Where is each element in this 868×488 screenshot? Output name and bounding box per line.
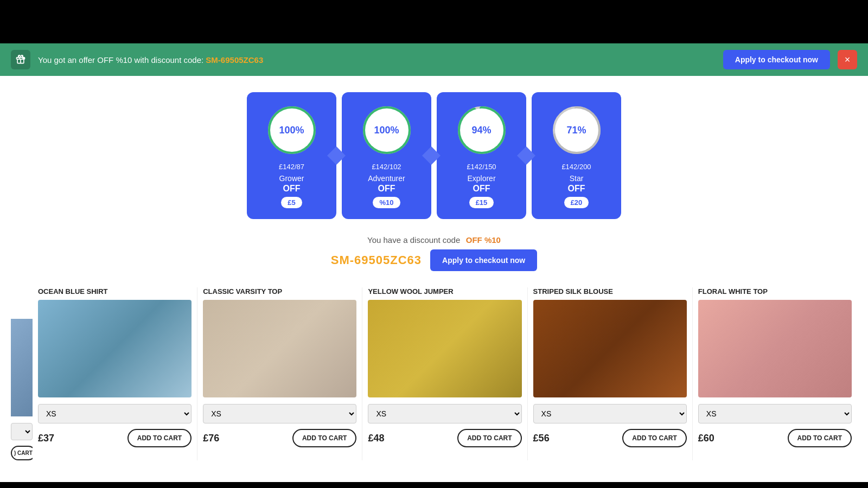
product-image-ocean-blue-shirt <box>38 300 192 397</box>
partial-footer: ) CART <box>11 446 33 460</box>
notification-discount-code: SM-69505ZC63 <box>206 55 263 65</box>
tier-off-adventurer: OFF <box>378 184 395 194</box>
product-image-striped-silk-blouse <box>533 300 687 397</box>
tier-badge-grower: £5 <box>281 197 302 208</box>
bottom-black-bar <box>0 482 868 488</box>
tier-off-explorer: OFF <box>473 184 490 194</box>
tier-card-grower: 100% £142/87 Grower OFF £5 <box>247 92 336 219</box>
tier-name-grower: Grower <box>279 174 304 183</box>
discount-label: You have a discount code <box>367 235 460 245</box>
top-black-bar <box>0 0 868 43</box>
add-to-cart-button-classic-varsity-top[interactable]: ADD TO CART <box>292 429 356 447</box>
product-img-color-ocean-blue-shirt <box>38 300 192 397</box>
tier-card-adventurer: 100% £142/102 Adventurer OFF %10 <box>342 92 431 219</box>
partial-title <box>11 287 33 303</box>
tier-circle-explorer: 94% <box>455 103 509 157</box>
notification-icon <box>11 50 30 69</box>
tier-circle-adventurer: 100% <box>360 103 414 157</box>
notification-apply-button[interactable]: Apply to checkout now <box>723 50 830 69</box>
discount-code-row: SM-69505ZC63 Apply to checkout now <box>331 249 538 271</box>
notification-text: You got an offer OFF %10 with discount c… <box>38 55 723 65</box>
tier-badge-star: £20 <box>564 197 589 208</box>
product-price-striped-silk-blouse: £56 <box>533 433 550 444</box>
discount-code-display: SM-69505ZC63 <box>331 253 422 267</box>
tier-name-star: Star <box>570 174 584 183</box>
tier-circle-grower: 100% <box>265 103 319 157</box>
tier-card-star: 71% £142/200 Star OFF £20 <box>532 92 621 219</box>
product-image-yellow-wool-jumper <box>368 300 521 397</box>
discount-label-row: You have a discount code OFF %10 <box>367 235 501 245</box>
product-card-floral-white-top: FLORAL WHITE TOP XSSMLXL £60 ADD TO CART <box>693 287 857 460</box>
product-title-ocean-blue-shirt: OCEAN BLUE SHIRT <box>38 287 192 296</box>
tier-amount-adventurer: £142/102 <box>372 163 401 171</box>
size-select-classic-varsity-top[interactable]: XSSMLXL <box>203 404 356 423</box>
notification-message: You got an offer OFF %10 with discount c… <box>38 55 206 65</box>
product-footer-yellow-wool-jumper: £48 ADD TO CART <box>368 429 521 447</box>
product-card-classic-varsity-top: CLASSIC VARSITY TOP XSSMLXL £76 ADD TO C… <box>197 287 362 460</box>
tier-percent-explorer: 94% <box>460 108 503 152</box>
discount-highlight: OFF %10 <box>466 235 501 245</box>
product-img-color-yellow-wool-jumper <box>368 300 521 397</box>
tier-circle-star: 71% <box>550 103 604 157</box>
product-footer-floral-white-top: £60 ADD TO CART <box>698 429 852 447</box>
product-img-color-classic-varsity-top <box>203 300 356 397</box>
size-select-striped-silk-blouse[interactable]: XSSMLXL <box>533 404 687 423</box>
product-card-partial: XS ) CART <box>11 287 33 460</box>
product-title-classic-varsity-top: CLASSIC VARSITY TOP <box>203 287 356 296</box>
tiers-row: 100% £142/87 Grower OFF £5 100% £142/102… <box>11 92 857 219</box>
tier-name-explorer: Explorer <box>467 174 495 183</box>
tier-percent-star: 71% <box>555 108 598 152</box>
add-to-cart-button-yellow-wool-jumper[interactable]: ADD TO CART <box>457 429 521 447</box>
products-row: XS ) CART OCEAN BLUE SHIRT XSSMLXL £37 A… <box>11 287 857 460</box>
tier-amount-explorer: £142/150 <box>467 163 496 171</box>
product-footer-classic-varsity-top: £76 ADD TO CART <box>203 429 356 447</box>
notification-close-button[interactable]: × <box>838 50 857 69</box>
product-card-yellow-wool-jumper: YELLOW WOOL JUMPER XSSMLXL £48 ADD TO CA… <box>362 287 527 460</box>
tier-percent-grower: 100% <box>270 108 314 152</box>
product-footer-striped-silk-blouse: £56 ADD TO CART <box>533 429 687 447</box>
product-img-color-floral-white-top <box>698 300 852 397</box>
product-title-striped-silk-blouse: STRIPED SILK BLOUSE <box>533 287 687 296</box>
product-price-floral-white-top: £60 <box>698 433 714 444</box>
product-image-floral-white-top <box>698 300 852 397</box>
main-content: 100% £142/87 Grower OFF £5 100% £142/102… <box>0 76 868 482</box>
product-image-classic-varsity-top <box>203 300 356 397</box>
partial-add-to-cart-button[interactable]: ) CART <box>11 446 33 460</box>
tier-off-star: OFF <box>568 184 585 194</box>
tier-percent-adventurer: 100% <box>365 108 409 152</box>
notification-banner: You got an offer OFF %10 with discount c… <box>0 43 868 76</box>
add-to-cart-button-floral-white-top[interactable]: ADD TO CART <box>788 429 852 447</box>
product-price-ocean-blue-shirt: £37 <box>38 433 54 444</box>
tier-badge-explorer: £15 <box>469 197 494 208</box>
gift-icon <box>15 54 26 65</box>
partial-size-select[interactable]: XS <box>11 423 33 440</box>
tier-off-grower: OFF <box>283 184 301 194</box>
size-select-yellow-wool-jumper[interactable]: XSSMLXL <box>368 404 521 423</box>
product-price-yellow-wool-jumper: £48 <box>368 433 384 444</box>
tier-name-adventurer: Adventurer <box>368 174 405 183</box>
size-select-floral-white-top[interactable]: XSSMLXL <box>698 404 852 423</box>
product-img-color-striped-silk-blouse <box>533 300 687 397</box>
size-select-ocean-blue-shirt[interactable]: XSSMLXL <box>38 404 192 423</box>
tier-card-explorer: 94% £142/150 Explorer OFF £15 <box>437 92 526 219</box>
apply-to-checkout-button[interactable]: Apply to checkout now <box>430 249 537 271</box>
product-card-striped-silk-blouse: STRIPED SILK BLOUSE XSSMLXL £56 ADD TO C… <box>528 287 693 460</box>
add-to-cart-button-striped-silk-blouse[interactable]: ADD TO CART <box>622 429 686 447</box>
product-title-yellow-wool-jumper: YELLOW WOOL JUMPER <box>368 287 521 296</box>
product-title-floral-white-top: FLORAL WHITE TOP <box>698 287 852 296</box>
product-footer-ocean-blue-shirt: £37 ADD TO CART <box>38 429 192 447</box>
product-price-classic-varsity-top: £76 <box>203 433 219 444</box>
partial-image <box>11 319 33 416</box>
tier-amount-star: £142/200 <box>561 163 591 171</box>
add-to-cart-button-ocean-blue-shirt[interactable]: ADD TO CART <box>127 429 192 447</box>
tier-amount-grower: £142/87 <box>279 163 304 171</box>
tier-badge-adventurer: %10 <box>373 197 400 208</box>
product-card-ocean-blue-shirt: OCEAN BLUE SHIRT XSSMLXL £37 ADD TO CART <box>33 287 197 460</box>
discount-section: You have a discount code OFF %10 SM-6950… <box>11 235 857 271</box>
